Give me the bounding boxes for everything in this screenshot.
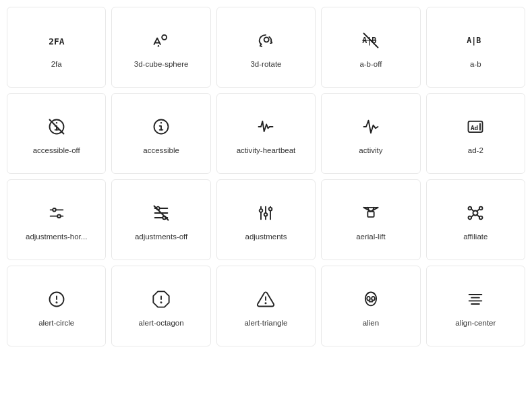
- 3d-cube-sphere-icon: [152, 30, 171, 51]
- icon-card-adjustments-hor[interactable]: adjustments-hor...: [7, 179, 106, 260]
- svg-text:A|B: A|B: [467, 35, 481, 45]
- icon-card-activity[interactable]: activity: [321, 93, 420, 174]
- svg-point-54: [367, 296, 370, 300]
- icon-card-ad-2[interactable]: Ad ad-2: [426, 93, 525, 174]
- accessible-off-icon: [47, 116, 66, 138]
- svg-point-30: [269, 207, 272, 210]
- a-b-icon: A|B: [466, 30, 485, 51]
- accessible-icon: [152, 116, 171, 138]
- icon-card-2fa[interactable]: 2FA 2fa: [7, 7, 106, 88]
- icon-label-align-center: align-center: [455, 318, 496, 328]
- activity-heartbeat-icon: [256, 116, 275, 138]
- icon-card-alien[interactable]: alien: [321, 266, 420, 346]
- icon-label-activity-heartbeat: activity-heartbeat: [237, 146, 296, 156]
- svg-point-28: [260, 209, 263, 212]
- alien-icon: [361, 288, 380, 310]
- svg-text:Ad: Ad: [471, 123, 478, 131]
- activity-icon: [361, 116, 380, 138]
- icon-label-adjustments-hor: adjustments-hor...: [26, 232, 87, 242]
- ad-2-icon: Ad: [466, 116, 485, 138]
- adjustments-off-icon: [152, 202, 171, 224]
- svg-line-43: [477, 209, 480, 212]
- icon-label-alert-triangle: alert-triangle: [245, 318, 288, 328]
- icon-label-adjustments-off: adjustments-off: [135, 232, 187, 242]
- svg-point-29: [264, 213, 268, 216]
- svg-point-2: [158, 45, 159, 47]
- svg-line-45: [477, 214, 480, 217]
- icon-card-activity-heartbeat[interactable]: activity-heartbeat: [216, 93, 316, 174]
- icon-card-adjustments-off[interactable]: adjustments-off: [111, 179, 210, 260]
- svg-rect-31: [367, 211, 374, 216]
- alert-triangle-icon: [256, 288, 275, 310]
- svg-point-17: [53, 208, 56, 212]
- icon-label-accessible-off: accessible-off: [33, 146, 80, 156]
- icon-card-accessible[interactable]: accessible: [111, 93, 210, 174]
- icon-label-alert-octagon: alert-octagon: [139, 318, 184, 328]
- svg-line-42: [471, 209, 474, 212]
- icon-label-alert-circle: alert-circle: [38, 318, 74, 328]
- adjustments-icon: [256, 202, 275, 224]
- icon-label-ad-2: ad-2: [468, 146, 483, 156]
- icon-card-3d-rotate[interactable]: 3d-rotate: [216, 7, 316, 88]
- icon-card-a-b-off[interactable]: A|B a-b-off: [321, 7, 420, 88]
- icon-label-2fa: 2fa: [51, 59, 62, 69]
- icon-card-align-center[interactable]: align-center: [426, 266, 525, 346]
- adjustments-hor-icon: [47, 202, 66, 224]
- icon-label-a-b: a-b: [470, 59, 481, 69]
- svg-point-1: [162, 34, 167, 39]
- icon-card-alert-triangle[interactable]: alert-triangle: [216, 266, 316, 346]
- 2fa-icon: 2FA: [47, 30, 66, 51]
- svg-text:2FA: 2FA: [49, 36, 64, 46]
- icon-card-alert-circle[interactable]: alert-circle: [7, 266, 106, 346]
- aerial-lift-icon: [361, 202, 380, 224]
- svg-point-3: [264, 37, 269, 42]
- icon-label-aerial-lift: aerial-lift: [356, 232, 385, 242]
- icon-label-affiliate: affiliate: [463, 232, 487, 242]
- icon-card-aerial-lift[interactable]: aerial-lift: [321, 179, 420, 260]
- svg-point-53: [266, 303, 266, 303]
- icon-label-accessible: accessible: [143, 146, 179, 156]
- icon-card-affiliate[interactable]: affiliate: [426, 179, 525, 260]
- icon-card-accessible-off[interactable]: accessible-off: [7, 93, 106, 174]
- svg-point-11: [160, 122, 162, 123]
- svg-point-8: [56, 122, 57, 123]
- icon-card-a-b[interactable]: A|B a-b: [426, 7, 525, 88]
- svg-point-48: [56, 302, 57, 303]
- 3d-rotate-icon: [256, 30, 275, 51]
- svg-point-18: [57, 214, 61, 218]
- alert-octagon-icon: [152, 288, 171, 310]
- icon-label-a-b-off: a-b-off: [359, 59, 382, 69]
- align-center-icon: [466, 288, 485, 310]
- icon-label-3d-cube-sphere: 3d-cube-sphere: [134, 59, 189, 69]
- icon-label-3d-rotate: 3d-rotate: [250, 59, 281, 69]
- icon-card-3d-cube-sphere[interactable]: 3d-cube-sphere: [111, 7, 210, 88]
- a-b-off-icon: A|B: [361, 30, 380, 51]
- affiliate-icon: [466, 202, 485, 224]
- icon-card-adjustments[interactable]: adjustments: [216, 179, 316, 260]
- svg-point-55: [372, 296, 375, 300]
- icon-grid: 2FA 2fa 3d-cube-sphere 3d-rotate: [7, 7, 525, 346]
- alert-circle-icon: [47, 288, 66, 310]
- icon-label-alien: alien: [363, 318, 379, 328]
- svg-point-51: [161, 302, 162, 303]
- icon-label-activity: activity: [359, 146, 382, 156]
- icon-label-adjustments: adjustments: [245, 232, 287, 242]
- svg-line-44: [471, 214, 474, 217]
- icon-card-alert-octagon[interactable]: alert-octagon: [111, 266, 210, 346]
